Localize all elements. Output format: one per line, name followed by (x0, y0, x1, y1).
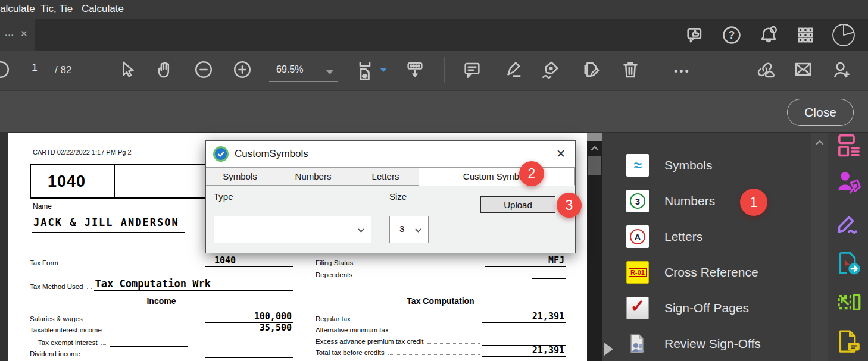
field-row: Total tax before credits 21,391 (316, 346, 566, 357)
dotted-leader (101, 344, 107, 345)
field-row: Filing Status MFJ (316, 256, 566, 267)
annotation-panel: ≈ Symbols 3 Numbers A Letters R-01 Cross… (602, 133, 828, 361)
field-label: Taxable interest income (30, 327, 102, 334)
pan-hand-icon[interactable] (155, 59, 175, 80)
dialog-title-bar[interactable]: CustomSymbols ✕ (206, 141, 575, 167)
fit-width-icon[interactable] (354, 59, 376, 82)
comment-icon[interactable] (462, 59, 482, 80)
field-row: Tax exempt interest (30, 335, 208, 347)
app-grid-icon[interactable] (795, 25, 816, 45)
export-pdf-icon[interactable] (836, 251, 861, 276)
circled-letter-icon: A (626, 225, 649, 248)
dotted-leader (87, 288, 92, 289)
dialog-close-icon[interactable]: ✕ (556, 147, 566, 161)
highlighter-icon[interactable] (503, 59, 523, 80)
page-comment-icon[interactable] (836, 329, 861, 354)
field-value: 1040 (205, 255, 293, 267)
form-layout-icon[interactable] (836, 134, 861, 159)
panel-item-label: Sign-Off Pages (664, 301, 749, 315)
field-value: 21,391 (482, 311, 566, 323)
field-value (205, 357, 293, 358)
tab-symbols[interactable]: Symbols (206, 168, 274, 186)
panel-item-label: Letters (664, 230, 702, 244)
cross-reference-icon: R-01 (626, 261, 649, 284)
menu-item-tic-tie[interactable]: Tic, Tie (40, 3, 73, 15)
field-label: Dividend income (30, 350, 80, 358)
review-signoffs-icon (626, 332, 649, 355)
notification-bell-icon[interactable] (758, 25, 779, 45)
panel-scrollbar[interactable] (811, 133, 828, 361)
panel-item-letters[interactable]: A Letters (626, 224, 805, 250)
underline-fragment (235, 277, 293, 277)
number-glyph: 3 (630, 193, 645, 209)
form-box-divider (114, 165, 115, 197)
field-value: 35,500 (205, 322, 293, 334)
zoom-in-icon[interactable] (232, 59, 252, 80)
zoom-out-icon[interactable] (193, 59, 214, 80)
document-scrollbar[interactable] (587, 133, 602, 361)
signature-pen-icon[interactable] (541, 59, 561, 80)
dialog-app-icon (213, 146, 229, 162)
field-label: Salaries & wages (30, 315, 83, 323)
panel-collapse-arrow[interactable] (604, 343, 613, 356)
page-total-label: / 82 (55, 64, 71, 76)
tab-letters[interactable]: Letters (352, 168, 419, 186)
svg-text:?: ? (729, 29, 735, 41)
zoom-level-dropdown[interactable]: 69.5% (269, 61, 338, 82)
dotted-leader (354, 321, 480, 321)
page-left-margin (0, 133, 8, 361)
panel-item-sign-off-pages[interactable]: ✓ Sign-Off Pages (626, 295, 805, 321)
field-value (532, 278, 566, 279)
snap-resize-icon[interactable] (836, 290, 861, 315)
type-select[interactable] (214, 216, 371, 243)
upload-button[interactable]: Upload (480, 196, 555, 213)
menu-item-calculate-cut[interactable]: alculate (0, 3, 35, 15)
scroll-up-icon[interactable] (590, 144, 600, 153)
email-icon[interactable] (793, 59, 813, 80)
add-user-icon[interactable] (831, 59, 851, 80)
page-number-input[interactable]: 1 (21, 62, 48, 79)
chevron-down-icon (357, 227, 365, 234)
menu-item-calculate[interactable]: Calculate (82, 3, 124, 15)
viewer-header-band: Close (0, 90, 868, 133)
more-options-icon[interactable]: ••• (674, 65, 691, 78)
tab-custom-symbols[interactable]: Custom Symbols (419, 168, 575, 186)
preparer-sign-icon[interactable] (836, 170, 861, 195)
panel-item-review-sign-offs[interactable]: Review Sign-Offs (626, 331, 805, 357)
dotted-leader (388, 354, 480, 355)
rotate-page-icon[interactable] (0, 59, 11, 80)
select-cursor-icon[interactable] (117, 59, 137, 80)
chevron-down-icon (414, 227, 422, 234)
tab-numbers[interactable]: Numbers (274, 168, 352, 186)
panel-item-numbers[interactable]: 3 Numbers (626, 188, 805, 214)
panel-scroll-up-icon[interactable] (815, 138, 825, 147)
zoom-caret-icon (326, 70, 333, 74)
field-row: Salaries & wages 100,000 (30, 312, 293, 323)
tab-close-icon[interactable]: ✕ (20, 29, 28, 39)
link-cloud-icon[interactable] (755, 59, 775, 80)
field-row: Tax Form 1040 (30, 256, 293, 267)
size-select[interactable]: 3 (389, 216, 429, 243)
scrollbar-thumb[interactable] (588, 156, 601, 175)
panel-item-symbols[interactable]: ≈ Symbols (626, 152, 805, 178)
check-glyph: ✓ (630, 297, 645, 315)
field-value: Tax Computation Wrk (94, 278, 294, 291)
fit-width-caret-icon[interactable] (380, 68, 387, 72)
panel-item-cross-reference[interactable]: R-01 Cross Reference (626, 259, 805, 285)
freehand-sign-icon[interactable] (836, 211, 861, 236)
step-badge-1: 1 (740, 189, 767, 216)
dotted-leader (356, 277, 530, 277)
close-button[interactable]: Close (787, 99, 854, 126)
app-window: alculate Tic, Tie Calculate ... ✕ ? (0, 0, 868, 361)
circled-number-icon: 3 (626, 190, 649, 212)
scroll-mode-icon[interactable] (405, 59, 425, 80)
delete-trash-icon[interactable] (620, 59, 641, 80)
dotted-leader (105, 332, 202, 332)
field-label: Filing Status (316, 259, 353, 267)
scrollbar-top-cap[interactable] (587, 133, 602, 141)
feedback-icon[interactable] (685, 25, 705, 45)
document-tab[interactable]: ... ✕ (0, 19, 35, 51)
user-avatar[interactable] (832, 24, 855, 46)
help-icon[interactable]: ? (722, 25, 742, 45)
edit-page-icon[interactable] (580, 59, 601, 80)
